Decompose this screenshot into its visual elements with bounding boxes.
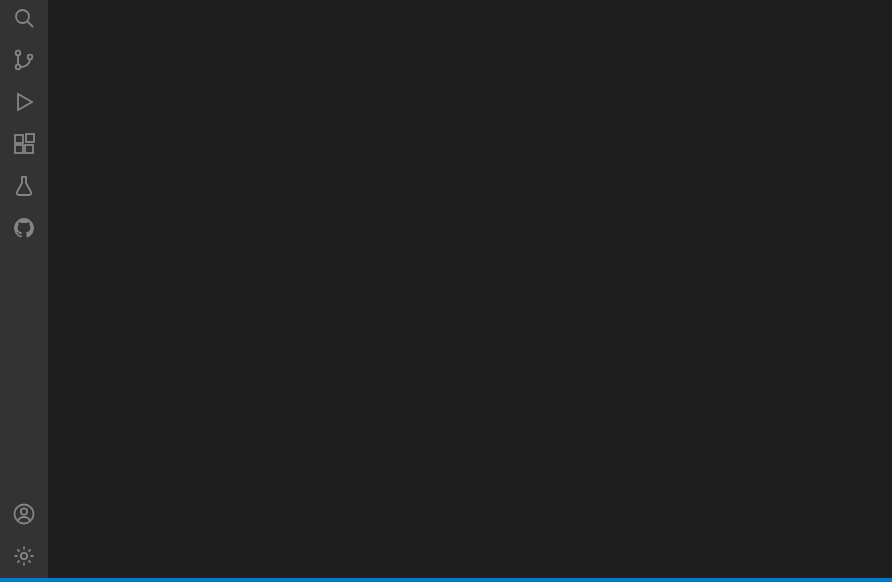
- activity-bar-bottom: [12, 502, 36, 578]
- svg-point-0: [16, 10, 29, 23]
- activity-bar: [0, 0, 48, 578]
- svg-rect-8: [25, 145, 33, 153]
- svg-marker-5: [18, 94, 32, 110]
- source-control-icon[interactable]: [12, 48, 36, 72]
- svg-rect-6: [15, 135, 23, 143]
- github-icon[interactable]: [12, 216, 36, 240]
- run-debug-icon[interactable]: [12, 90, 36, 114]
- testing-icon[interactable]: [12, 174, 36, 198]
- status-bar: [0, 578, 892, 582]
- svg-point-12: [21, 553, 27, 559]
- accounts-icon[interactable]: [12, 502, 36, 526]
- svg-rect-7: [15, 145, 23, 153]
- svg-rect-9: [26, 134, 34, 142]
- search-icon[interactable]: [12, 6, 36, 30]
- activity-bar-top: [12, 6, 36, 240]
- settings-icon[interactable]: [12, 544, 36, 568]
- svg-point-2: [16, 51, 21, 56]
- extensions-icon[interactable]: [12, 132, 36, 156]
- svg-point-3: [16, 65, 21, 70]
- svg-line-1: [28, 22, 34, 28]
- svg-point-11: [21, 508, 27, 514]
- svg-point-4: [28, 55, 33, 60]
